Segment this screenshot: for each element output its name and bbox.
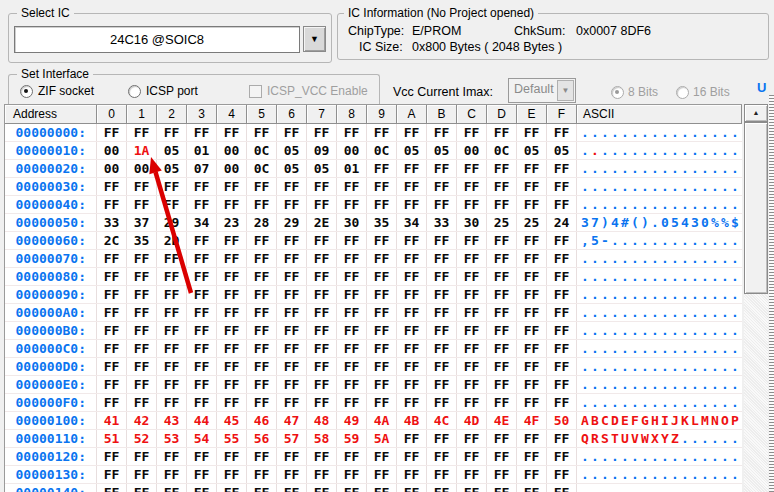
header-col-8[interactable]: 8 [337, 105, 367, 124]
hex-cell[interactable]: 2C [97, 232, 127, 249]
ascii-cell[interactable]: ................ [577, 178, 742, 195]
hex-cell[interactable]: FF [487, 250, 517, 267]
hex-cell[interactable]: FF [127, 484, 157, 492]
hex-cell[interactable]: FF [517, 484, 547, 492]
hex-cell[interactable]: 01 [187, 142, 217, 159]
hex-cell[interactable]: 00 [457, 142, 487, 159]
hex-cell[interactable]: FF [337, 124, 367, 141]
hex-cell[interactable]: FF [517, 196, 547, 213]
hex-cell[interactable]: FF [277, 250, 307, 267]
hex-cell[interactable]: FF [217, 394, 247, 411]
hex-cell[interactable]: 4E [487, 412, 517, 429]
hex-cell[interactable]: FF [307, 268, 337, 285]
ascii-cell[interactable]: ................ [577, 196, 742, 213]
hex-cell[interactable]: 51 [97, 430, 127, 447]
hex-cell[interactable]: FF [427, 394, 457, 411]
icsp-port-radio[interactable] [128, 85, 141, 98]
hex-cell[interactable]: FF [517, 304, 547, 321]
hex-cell[interactable]: FF [307, 250, 337, 267]
hex-cell[interactable]: FF [127, 304, 157, 321]
hex-cell[interactable]: FF [97, 376, 127, 393]
hex-cell[interactable]: FF [427, 124, 457, 141]
hex-cell[interactable]: FF [157, 322, 187, 339]
hex-cell[interactable]: FF [487, 484, 517, 492]
ascii-cell[interactable]: ................ [577, 142, 742, 159]
hex-cell[interactable]: FF [217, 268, 247, 285]
hex-cell[interactable]: FF [97, 268, 127, 285]
hex-cell[interactable]: FF [217, 448, 247, 465]
hex-cell[interactable]: 05 [157, 160, 187, 177]
hex-cell[interactable]: FF [127, 178, 157, 195]
header-col-5[interactable]: 5 [247, 105, 277, 124]
hex-cell[interactable]: FF [457, 466, 487, 483]
hex-cell[interactable]: FF [307, 286, 337, 303]
hex-cell[interactable]: FF [157, 376, 187, 393]
hex-cell[interactable]: FF [457, 304, 487, 321]
hex-cell[interactable]: FF [247, 196, 277, 213]
hex-cell[interactable]: 00 [217, 160, 247, 177]
hex-cell[interactable]: FF [487, 196, 517, 213]
header-col-0[interactable]: 0 [97, 105, 127, 124]
hex-cell[interactable]: 25 [487, 214, 517, 231]
hex-cell[interactable]: FF [277, 196, 307, 213]
ascii-cell[interactable]: ................ [577, 304, 742, 321]
hex-cell[interactable]: 05 [277, 142, 307, 159]
hex-cell[interactable]: FF [127, 340, 157, 357]
header-col-9[interactable]: 9 [367, 105, 397, 124]
hex-cell[interactable]: FF [277, 232, 307, 249]
hex-cell[interactable]: FF [277, 304, 307, 321]
hex-cell[interactable]: FF [397, 196, 427, 213]
hex-cell[interactable]: FF [187, 466, 217, 483]
hex-cell[interactable]: 00 [337, 142, 367, 159]
hex-cell[interactable]: FF [547, 376, 577, 393]
header-col-4[interactable]: 4 [217, 105, 247, 124]
hex-cell[interactable]: FF [157, 448, 187, 465]
hex-cell[interactable]: FF [397, 160, 427, 177]
hex-cell[interactable]: FF [157, 286, 187, 303]
header-col-D[interactable]: D [487, 105, 517, 124]
hex-cell[interactable]: 57 [277, 430, 307, 447]
hex-cell[interactable]: FF [487, 448, 517, 465]
hex-cell[interactable]: FF [187, 124, 217, 141]
hex-cell[interactable]: FF [247, 304, 277, 321]
hex-cell[interactable]: FF [367, 340, 397, 357]
hex-cell[interactable]: 4D [457, 412, 487, 429]
ic-combobox-dropdown-button[interactable]: ▼ [303, 26, 326, 52]
hex-cell[interactable]: FF [547, 358, 577, 375]
header-address[interactable]: Address [5, 105, 97, 124]
hex-cell[interactable]: FF [187, 178, 217, 195]
hex-cell[interactable]: 53 [157, 430, 187, 447]
hex-cell[interactable]: FF [517, 160, 547, 177]
hex-cell[interactable]: 45 [217, 412, 247, 429]
hex-cell[interactable]: FF [217, 124, 247, 141]
hex-cell[interactable]: FF [517, 340, 547, 357]
hex-cell[interactable]: 35 [367, 214, 397, 231]
hex-cell[interactable]: FF [217, 376, 247, 393]
hex-cell[interactable]: FF [97, 286, 127, 303]
hex-cell[interactable]: FF [547, 484, 577, 492]
hex-cell[interactable]: FF [547, 160, 577, 177]
hex-cell[interactable]: FF [157, 178, 187, 195]
hex-cell[interactable]: FF [97, 358, 127, 375]
ascii-cell[interactable]: ................ [577, 358, 742, 375]
hex-cell[interactable]: FF [217, 232, 247, 249]
hex-cell[interactable]: FF [517, 286, 547, 303]
hex-cell[interactable]: FF [337, 358, 367, 375]
hex-cell[interactable]: FF [367, 160, 397, 177]
hex-cell[interactable]: FF [457, 358, 487, 375]
hex-cell[interactable]: FF [397, 286, 427, 303]
hex-cell[interactable]: FF [487, 178, 517, 195]
hex-cell[interactable]: FF [157, 340, 187, 357]
hex-cell[interactable]: FF [367, 394, 397, 411]
hex-cell[interactable]: FF [457, 376, 487, 393]
hex-cell[interactable]: FF [397, 376, 427, 393]
hex-cell[interactable]: FF [337, 376, 367, 393]
hex-cell[interactable]: FF [517, 394, 547, 411]
hex-cell[interactable]: FF [277, 394, 307, 411]
hex-cell[interactable]: FF [547, 340, 577, 357]
hex-cell[interactable]: FF [97, 124, 127, 141]
hex-cell[interactable]: 05 [277, 160, 307, 177]
hex-cell[interactable]: 00 [127, 160, 157, 177]
hex-cell[interactable]: 33 [97, 214, 127, 231]
hex-cell[interactable]: FF [457, 196, 487, 213]
